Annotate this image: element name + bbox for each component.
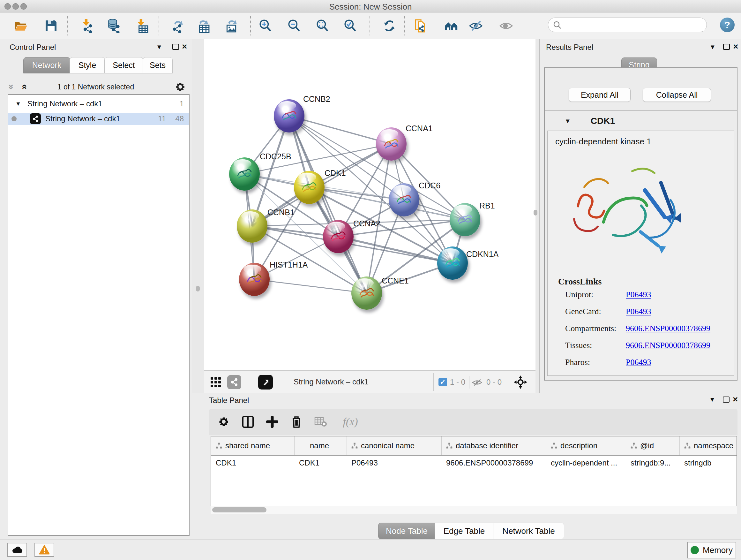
refresh-button[interactable] (382, 18, 397, 34)
panel-float-icon[interactable] (172, 44, 179, 50)
network-node-ccne1[interactable] (351, 276, 382, 310)
table-panel: Table Panel ▼ × f(x) shared namenamecano… (192, 393, 741, 540)
tab-edge-table[interactable]: Edge Table (434, 523, 494, 539)
panel-menu-caret-icon[interactable]: ▼ (710, 44, 716, 51)
network-collection-row[interactable]: ▼ String Network – cdk1 1 (8, 98, 189, 110)
network-row[interactable]: String Network – cdk1 11 48 (8, 113, 189, 125)
protein-section-header[interactable]: ▼ CDK1 (545, 111, 737, 131)
network-node-cdc25b[interactable] (229, 158, 260, 191)
tab-style[interactable]: Style (70, 57, 105, 73)
birdseye-view-button[interactable] (258, 374, 273, 390)
network-node-cdc6[interactable] (389, 183, 419, 216)
crosslink-row: Pharos: (565, 358, 590, 367)
table-cell[interactable]: 9606.ENSP00000378699 (442, 455, 546, 471)
panel-close-icon[interactable]: × (182, 42, 187, 51)
clone-network-button[interactable] (413, 18, 428, 34)
selected-nodes-checkbox[interactable]: ✓ (439, 378, 447, 386)
collection-count: 1 (180, 99, 184, 108)
table-cell[interactable]: P06493 (347, 455, 442, 471)
panel-close-icon[interactable]: × (733, 42, 738, 51)
hidden-eye-icon[interactable] (472, 377, 482, 388)
crosslink-link[interactable]: P06493 (626, 358, 651, 367)
tab-network-table[interactable]: Network Table (493, 523, 564, 539)
table-cell[interactable]: CDK1 (211, 455, 294, 471)
table-cell[interactable]: CDK1 (294, 455, 347, 471)
node-label-cdkn1a: CDKN1A (466, 250, 498, 259)
panel-close-icon[interactable]: × (733, 395, 738, 404)
zoom-selected-button[interactable] (343, 18, 358, 34)
network-view-type-button[interactable] (226, 374, 242, 390)
crosslink-link[interactable]: 9606.ENSP00000378699 (626, 324, 711, 333)
panel-menu-caret-icon[interactable]: ▼ (709, 396, 716, 403)
network-edge[interactable] (254, 279, 367, 293)
zoom-fit-button[interactable] (315, 18, 330, 34)
eye-icon (499, 18, 514, 33)
crosslink-link[interactable]: P06493 (626, 307, 651, 316)
tab-sets[interactable]: Sets (143, 57, 173, 73)
tab-select[interactable]: Select (105, 57, 143, 73)
toolbar-separator (158, 16, 159, 36)
table-cell[interactable]: stringdb:9... (626, 455, 680, 471)
home-button[interactable] (444, 18, 459, 34)
table-cell[interactable]: stringdb (680, 455, 737, 471)
export-network-button[interactable] (170, 18, 185, 34)
panel-float-icon[interactable] (723, 396, 730, 402)
expand-all-button[interactable]: Expand All (569, 88, 630, 102)
node-table: shared namenamecanonical namedatabase id… (211, 436, 737, 514)
panel-float-icon[interactable] (723, 44, 730, 50)
help-button[interactable]: ? (720, 17, 735, 32)
network-node-cdkn1a[interactable] (437, 246, 468, 280)
tab-network[interactable]: Network (23, 57, 70, 73)
export-table-button[interactable] (195, 18, 211, 34)
import-table-button[interactable] (134, 18, 149, 34)
collapse-all-networks-icon[interactable]: » (19, 84, 28, 90)
warning-icon (39, 545, 50, 555)
open-session-button[interactable] (13, 18, 28, 34)
splitter-handle[interactable] (534, 210, 537, 215)
show-all-button[interactable] (498, 18, 514, 34)
fit-crosshair-icon[interactable] (513, 375, 528, 389)
tab-node-table[interactable]: Node Table (378, 523, 435, 539)
export-image-button[interactable] (223, 18, 239, 34)
network-node-ccnb2[interactable] (274, 99, 305, 132)
status-bar: Memory (0, 540, 741, 560)
import-network-button[interactable] (79, 18, 94, 34)
warnings-button[interactable] (35, 543, 54, 557)
collection-disclosure-icon[interactable]: ▼ (15, 101, 21, 107)
crosslink-link[interactable]: P06493 (626, 290, 651, 299)
protein-motif-icon (235, 166, 254, 184)
network-node-ccna1[interactable] (376, 127, 407, 161)
import-database-button[interactable] (106, 18, 121, 34)
delete-table-button[interactable] (313, 414, 328, 429)
network-canvas[interactable]: CCNB2CCNA1CDC25BCDK1CDC6RB1CCNB1CCNA2CDK… (204, 39, 536, 370)
network-node-ccnb1[interactable] (237, 209, 267, 243)
add-column-button[interactable] (265, 414, 280, 429)
expand-all-networks-icon[interactable]: » (7, 84, 16, 90)
memory-label: Memory (703, 545, 733, 555)
crosslink-link[interactable]: 9606.ENSP00000378699 (626, 341, 711, 350)
function-builder-button[interactable]: f(x) (336, 414, 365, 429)
scrollbar-thumb[interactable] (212, 507, 266, 512)
network-options-gear-icon[interactable] (175, 81, 186, 92)
section-disclosure-icon[interactable]: ▼ (564, 118, 571, 125)
network-node-ccna2[interactable] (323, 220, 354, 253)
zoom-out-button[interactable] (286, 18, 302, 34)
network-node-hist1h1a[interactable] (239, 263, 270, 296)
hide-selected-button[interactable] (468, 18, 483, 34)
network-node-cdk1[interactable] (294, 171, 325, 204)
table-options-button[interactable] (216, 414, 231, 429)
zoom-in-button[interactable] (258, 18, 273, 34)
memory-button[interactable]: Memory (687, 542, 736, 558)
panel-menu-caret-icon[interactable]: ▼ (156, 44, 162, 51)
grid-view-button[interactable] (208, 374, 223, 390)
table-horizontal-scrollbar[interactable] (211, 506, 737, 514)
splitter-handle[interactable] (196, 286, 200, 292)
save-session-button[interactable] (44, 18, 59, 34)
show-columns-button[interactable] (240, 414, 256, 429)
search-input[interactable] (562, 20, 706, 30)
collapse-all-button[interactable]: Collapse All (643, 88, 711, 102)
delete-column-button[interactable] (289, 414, 304, 429)
network-node-rb1[interactable] (450, 203, 480, 236)
table-cell[interactable]: cyclin-dependent ... (546, 455, 626, 471)
cloud-button[interactable] (7, 543, 27, 557)
